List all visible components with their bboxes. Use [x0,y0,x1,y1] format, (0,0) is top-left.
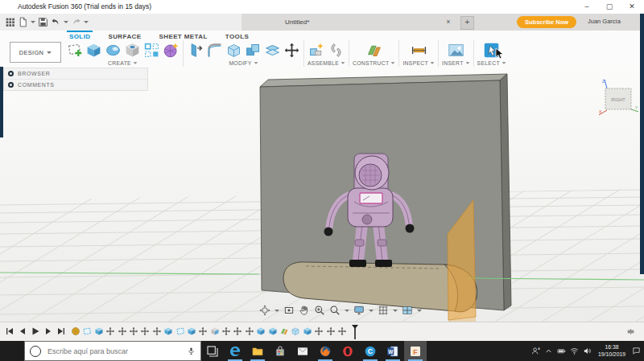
timeline-op-shell[interactable] [291,326,300,336]
timeline-op-move[interactable] [129,326,138,336]
taskbar-clock[interactable]: 16:38 19/10/2019 [596,344,628,358]
timeline-op-move[interactable] [221,326,231,336]
ribbon-group-label[interactable]: ASSEMBLE [308,60,345,66]
tray-wifi-icon[interactable] [570,347,579,355]
help-icon[interactable] [626,17,637,27]
timeline-op-move[interactable] [245,326,254,336]
move-button[interactable] [283,42,300,59]
construct-plane-button[interactable] [365,42,382,59]
timeline-step-forward-button[interactable] [43,326,53,336]
timeline-op-move[interactable] [152,326,162,336]
pan-tool-icon[interactable] [299,305,310,316]
timeline-skip-start-button[interactable] [5,326,14,336]
apps-grid-icon[interactable] [5,17,15,27]
timeline-op-plane[interactable] [279,326,289,336]
timeline-op-extrude[interactable] [268,326,278,336]
display-settings-dropdown-caret[interactable] [369,310,374,312]
file-icon-dropdown-caret[interactable] [31,21,35,23]
browser-panel-item-comments[interactable]: COMMENTS [4,80,147,90]
extrude-button[interactable] [85,42,102,59]
timeline-op-move[interactable] [314,326,324,336]
taskbar-app-store[interactable] [269,341,291,361]
microphone-icon[interactable] [187,346,196,356]
timeline-op-extrude[interactable] [256,326,266,336]
tray-chevron-up-icon[interactable] [544,347,553,355]
hole-button[interactable] [124,42,141,59]
timeline-skip-end-button[interactable] [56,326,66,336]
taskbar-app-c-app[interactable]: C [359,341,382,361]
fillet-button[interactable] [206,42,223,59]
joint-button[interactable] [328,42,345,59]
maximize-button[interactable]: ▢ [599,0,620,13]
timeline-op-move[interactable] [105,326,115,336]
orbit-dropdown-caret[interactable] [275,310,279,312]
search-input[interactable] [46,347,182,356]
timeline-op-form[interactable] [71,326,80,336]
timeline-op-move[interactable] [233,326,242,336]
taskbar-app-explorer[interactable] [246,341,269,361]
taskbar-search[interactable] [24,341,201,361]
tray-volume-icon[interactable] [583,347,592,355]
workspace-design-dropdown[interactable]: DESIGN [10,42,61,63]
user-account-button[interactable]: Juan García [588,18,621,25]
redo-icon[interactable] [71,17,81,27]
ribbon-group-label[interactable]: INSERT [442,60,470,66]
action-center-icon[interactable] [632,347,641,355]
minimize-button[interactable]: – [576,0,597,13]
browser-panel-item-browser[interactable]: BROWSER [4,68,147,80]
close-button[interactable]: ✕ [621,0,642,13]
timeline-op-move[interactable] [140,326,150,336]
taskbar-app-edge[interactable] [224,341,246,361]
timeline-op-sketch[interactable] [175,326,185,336]
viewports-dropdown-caret[interactable] [417,310,422,312]
ribbon-group-label[interactable]: CONSTRUCT [353,60,395,66]
timeline-settings-gear-icon[interactable] [625,326,636,337]
timeline-op-extrude[interactable] [303,326,312,336]
timeline-op-move[interactable] [118,326,127,336]
new-component-button[interactable] [308,42,325,59]
form-button[interactable] [163,42,180,59]
tray-battery-icon[interactable] [557,347,566,355]
tab-close-icon[interactable]: × [443,16,454,27]
subscribe-now-button[interactable]: Subscribe Now [517,16,576,28]
timeline-op-move[interactable] [326,326,336,336]
fit-dropdown-caret[interactable] [345,310,349,312]
file-icon[interactable] [18,17,28,27]
revolve-button[interactable] [105,42,122,59]
model-viewport[interactable]: BROWSERCOMMENTS Z Y X RIGHT [0,67,644,322]
display-settings-tool-icon[interactable] [353,305,365,316]
new-tab-button[interactable]: + [460,16,474,30]
undo-icon-dropdown-caret[interactable] [64,21,68,23]
taskbar-app-opera[interactable] [336,341,359,361]
timeline-op-sketch[interactable] [82,326,92,336]
timeline-op-extrude[interactable] [163,326,173,336]
fit-tool-icon[interactable] [329,305,341,316]
timeline-op-extrude[interactable] [94,326,104,336]
timeline-op-extrude[interactable] [187,326,196,336]
timeline-play-button[interactable] [31,326,40,336]
ribbon-group-label[interactable]: SELECT [477,60,506,66]
taskbar-app-task-view[interactable] [201,341,224,361]
shell-button[interactable] [225,42,242,59]
combine-button[interactable] [245,42,262,59]
measure-button[interactable] [411,42,427,59]
viewports-tool-icon[interactable] [402,305,413,316]
create-sketch-button[interactable] [66,42,83,59]
grid-settings-dropdown-caret[interactable] [393,310,398,312]
undo-icon[interactable] [51,17,61,27]
collapse-dot-icon[interactable] [8,71,14,76]
insert-image-button[interactable] [448,42,464,59]
tray-people-icon[interactable]: A [531,347,540,355]
timeline-op-move[interactable] [337,326,347,336]
taskbar-app-fusion[interactable]: F [404,341,427,361]
trial-clock-icon[interactable] [570,17,580,27]
document-tab[interactable]: Untitled* [272,14,309,31]
collapse-dot-icon[interactable] [8,82,14,88]
zoom-tool-icon[interactable] [314,305,325,316]
pattern-button[interactable] [143,42,160,59]
taskbar-app-mail[interactable] [291,341,314,361]
taskbar-app-firefox[interactable] [314,341,336,361]
taskbar-app-word[interactable]: W [382,341,404,361]
grid-settings-tool-icon[interactable] [378,305,389,316]
redo-icon-dropdown-caret[interactable] [84,21,89,23]
